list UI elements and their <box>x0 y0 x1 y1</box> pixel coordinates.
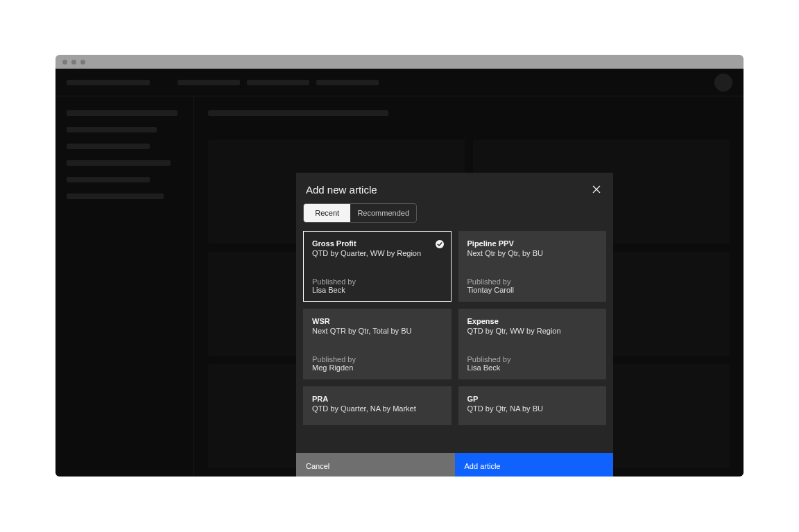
sidebar-item-placeholder <box>67 127 157 132</box>
app-header <box>55 69 744 96</box>
sidebar <box>55 96 194 477</box>
article-title: GP <box>467 394 598 404</box>
author-name: Meg Rigden <box>312 363 443 372</box>
tab-group: Recent Recommended <box>303 203 417 223</box>
article-card[interactable]: WSRNext QTR by Qtr, Total by BUPublished… <box>303 309 452 379</box>
published-by-label: Published by <box>312 355 443 363</box>
article-title: Pipeline PPV <box>467 239 598 248</box>
sidebar-item-placeholder <box>67 194 164 199</box>
article-title: Gross Profit <box>312 239 443 248</box>
sidebar-item-placeholder <box>67 160 171 166</box>
modal-footer: Cancel Add article <box>296 453 613 477</box>
sidebar-item-placeholder <box>67 110 178 116</box>
author-name: Lisa Beck <box>467 363 598 372</box>
article-subtitle: QTD by Quarter, NA by Market <box>312 404 443 413</box>
browser-frame: Add new article Recent Recommended Gross… <box>55 55 744 477</box>
add-article-button[interactable]: Add article <box>455 453 614 477</box>
header-tab-placeholder <box>178 80 240 85</box>
article-card[interactable]: Pipeline PPVNext Qtr by Qtr, by BUPublis… <box>458 231 607 302</box>
article-card[interactable]: ExpenseQTD by Qtr, WW by RegionPublished… <box>458 309 607 379</box>
avatar[interactable] <box>714 74 732 92</box>
checkmark-icon <box>436 239 444 247</box>
article-grid: Gross ProfitQTD by Quarter, WW by Region… <box>296 231 613 453</box>
sidebar-item-placeholder <box>67 177 150 182</box>
header-tab-placeholder <box>316 80 379 85</box>
article-subtitle: QTD by Quarter, WW by Region <box>312 249 443 257</box>
close-icon[interactable] <box>590 182 603 196</box>
modal-header: Add new article <box>296 173 613 203</box>
page-title-placeholder <box>208 110 388 116</box>
author-name: Lisa Beck <box>312 286 443 294</box>
app-logo-placeholder <box>67 80 150 85</box>
window-dot-min[interactable] <box>71 60 76 65</box>
window-dot-max[interactable] <box>80 60 85 65</box>
header-tab-placeholder <box>247 80 309 85</box>
article-subtitle: QTD by Qtr, WW by Region <box>467 327 598 335</box>
article-subtitle: Next Qtr by Qtr, by BU <box>467 249 598 257</box>
sidebar-item-placeholder <box>67 144 150 149</box>
window-dot-close[interactable] <box>62 60 67 65</box>
cancel-button[interactable]: Cancel <box>296 453 455 477</box>
add-article-modal: Add new article Recent Recommended Gross… <box>296 173 613 477</box>
article-card[interactable]: PRAQTD by Quarter, NA by MarketPublished… <box>303 386 452 425</box>
article-title: Expense <box>467 316 598 326</box>
article-card[interactable]: GPQTD by Qtr, NA by BUPublished by <box>458 386 607 425</box>
published-by-label: Published by <box>312 277 443 286</box>
article-subtitle: Next QTR by Qtr, Total by BU <box>312 327 443 335</box>
author-name: Tiontay Caroll <box>467 286 598 294</box>
modal-title: Add new article <box>306 184 377 196</box>
article-card[interactable]: Gross ProfitQTD by Quarter, WW by Region… <box>303 231 452 302</box>
tab-recent[interactable]: Recent <box>304 204 350 222</box>
tab-recommended[interactable]: Recommended <box>350 204 416 222</box>
browser-titlebar <box>55 55 744 69</box>
published-by-label: Published by <box>467 277 598 286</box>
published-by-label: Published by <box>467 355 598 363</box>
article-subtitle: QTD by Qtr, NA by BU <box>467 404 598 413</box>
article-title: WSR <box>312 316 443 326</box>
article-title: PRA <box>312 394 443 404</box>
header-tabs <box>178 80 379 85</box>
